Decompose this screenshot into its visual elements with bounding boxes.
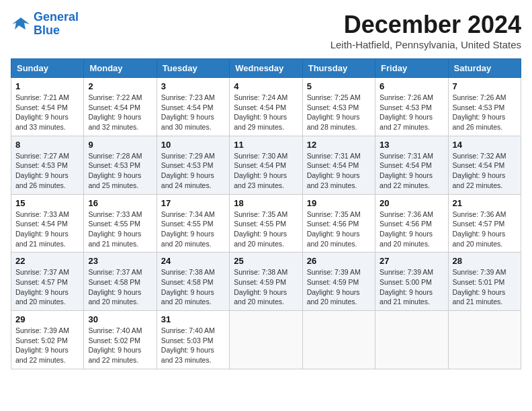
day-number: 12 [307,140,371,150]
calendar-cell: 17Sunrise: 7:34 AM Sunset: 4:55 PM Dayli… [157,194,229,253]
calendar-week-row: 29Sunrise: 7:39 AM Sunset: 5:02 PM Dayli… [11,311,521,369]
calendar-cell: 15Sunrise: 7:33 AM Sunset: 4:54 PM Dayli… [11,194,84,253]
calendar-cell: 9Sunrise: 7:28 AM Sunset: 4:53 PM Daylig… [84,136,157,194]
cell-info: Sunrise: 7:35 AM Sunset: 4:56 PM Dayligh… [307,210,371,249]
cell-info: Sunrise: 7:33 AM Sunset: 4:55 PM Dayligh… [88,210,152,249]
cell-info: Sunrise: 7:21 AM Sunset: 4:54 PM Dayligh… [15,93,79,132]
day-number: 30 [88,314,152,324]
day-number: 21 [453,198,517,208]
calendar-cell [230,311,302,369]
calendar-cell: 25Sunrise: 7:38 AM Sunset: 4:59 PM Dayli… [230,253,302,311]
logo-bird-icon [11,16,31,32]
calendar-cell: 8Sunrise: 7:27 AM Sunset: 4:53 PM Daylig… [11,136,84,194]
cell-info: Sunrise: 7:29 AM Sunset: 4:53 PM Dayligh… [161,151,225,191]
calendar-cell: 19Sunrise: 7:35 AM Sunset: 4:56 PM Dayli… [302,194,375,253]
day-number: 23 [88,256,152,266]
calendar-cell: 27Sunrise: 7:39 AM Sunset: 5:00 PM Dayli… [375,253,448,311]
calendar-cell: 16Sunrise: 7:33 AM Sunset: 4:55 PM Dayli… [84,194,157,253]
day-number: 16 [88,198,152,208]
calendar-cell [448,311,521,369]
calendar-cell: 29Sunrise: 7:39 AM Sunset: 5:02 PM Dayli… [11,311,84,369]
day-number: 1 [15,81,79,91]
cell-info: Sunrise: 7:39 AM Sunset: 5:01 PM Dayligh… [453,267,517,307]
day-number: 22 [15,256,79,266]
calendar-cell [375,311,448,369]
day-number: 3 [161,81,225,91]
day-number: 5 [307,81,371,91]
calendar-header-wednesday: Wednesday [230,59,302,78]
cell-info: Sunrise: 7:32 AM Sunset: 4:54 PM Dayligh… [453,151,517,191]
calendar-cell: 14Sunrise: 7:32 AM Sunset: 4:54 PM Dayli… [448,136,521,194]
day-number: 10 [161,140,225,150]
calendar-cell: 4Sunrise: 7:24 AM Sunset: 4:54 PM Daylig… [230,78,302,136]
cell-info: Sunrise: 7:39 AM Sunset: 4:59 PM Dayligh… [307,267,371,307]
day-number: 6 [380,81,443,91]
calendar-header-saturday: Saturday [448,59,521,78]
cell-info: Sunrise: 7:25 AM Sunset: 4:53 PM Dayligh… [307,93,371,132]
month-title: December 2024 [330,11,521,39]
calendar-cell: 5Sunrise: 7:25 AM Sunset: 4:53 PM Daylig… [302,78,375,136]
calendar-header-monday: Monday [84,59,157,78]
calendar-cell: 3Sunrise: 7:23 AM Sunset: 4:54 PM Daylig… [157,78,229,136]
cell-info: Sunrise: 7:28 AM Sunset: 4:53 PM Dayligh… [88,151,152,191]
cell-info: Sunrise: 7:30 AM Sunset: 4:54 PM Dayligh… [234,151,298,191]
calendar-week-row: 1Sunrise: 7:21 AM Sunset: 4:54 PM Daylig… [11,78,521,136]
cell-info: Sunrise: 7:38 AM Sunset: 4:58 PM Dayligh… [161,267,225,307]
cell-info: Sunrise: 7:26 AM Sunset: 4:53 PM Dayligh… [453,93,517,132]
calendar-cell: 7Sunrise: 7:26 AM Sunset: 4:53 PM Daylig… [448,78,521,136]
day-number: 25 [234,256,298,266]
day-number: 17 [161,198,225,208]
cell-info: Sunrise: 7:31 AM Sunset: 4:54 PM Dayligh… [307,151,371,191]
day-number: 19 [307,198,371,208]
day-number: 4 [234,81,298,91]
calendar-cell: 11Sunrise: 7:30 AM Sunset: 4:54 PM Dayli… [230,136,302,194]
calendar-cell: 12Sunrise: 7:31 AM Sunset: 4:54 PM Dayli… [302,136,375,194]
calendar-cell: 30Sunrise: 7:40 AM Sunset: 5:02 PM Dayli… [84,311,157,369]
cell-info: Sunrise: 7:27 AM Sunset: 4:53 PM Dayligh… [15,151,79,191]
calendar-cell: 21Sunrise: 7:36 AM Sunset: 4:57 PM Dayli… [448,194,521,253]
calendar-cell: 13Sunrise: 7:31 AM Sunset: 4:54 PM Dayli… [375,136,448,194]
calendar-header-row: SundayMondayTuesdayWednesdayThursdayFrid… [11,59,521,78]
cell-info: Sunrise: 7:37 AM Sunset: 4:57 PM Dayligh… [15,267,79,307]
cell-info: Sunrise: 7:31 AM Sunset: 4:54 PM Dayligh… [380,151,443,191]
day-number: 18 [234,198,298,208]
calendar-header-sunday: Sunday [11,59,84,78]
calendar-cell: 20Sunrise: 7:36 AM Sunset: 4:56 PM Dayli… [375,194,448,253]
location-title: Leith-Hatfield, Pennsylvania, United Sta… [330,39,521,50]
calendar-header-tuesday: Tuesday [157,59,229,78]
calendar-week-row: 15Sunrise: 7:33 AM Sunset: 4:54 PM Dayli… [11,194,521,253]
cell-info: Sunrise: 7:33 AM Sunset: 4:54 PM Dayligh… [15,210,79,249]
cell-info: Sunrise: 7:34 AM Sunset: 4:55 PM Dayligh… [161,210,225,249]
calendar-header-thursday: Thursday [302,59,375,78]
day-number: 28 [453,256,517,266]
cell-info: Sunrise: 7:39 AM Sunset: 5:00 PM Dayligh… [380,267,443,307]
cell-info: Sunrise: 7:24 AM Sunset: 4:54 PM Dayligh… [234,93,298,132]
calendar-week-row: 8Sunrise: 7:27 AM Sunset: 4:53 PM Daylig… [11,136,521,194]
logo-text: GeneralBlue [34,11,79,38]
title-section: December 2024 Leith-Hatfield, Pennsylvan… [330,11,521,50]
day-number: 15 [15,198,79,208]
day-number: 31 [161,314,225,324]
calendar-cell: 31Sunrise: 7:40 AM Sunset: 5:03 PM Dayli… [157,311,229,369]
cell-info: Sunrise: 7:36 AM Sunset: 4:57 PM Dayligh… [453,210,517,249]
header-section: GeneralBlue December 2024 Leith-Hatfield… [11,11,521,50]
calendar-cell: 2Sunrise: 7:22 AM Sunset: 4:54 PM Daylig… [84,78,157,136]
day-number: 11 [234,140,298,150]
cell-info: Sunrise: 7:26 AM Sunset: 4:53 PM Dayligh… [380,93,443,132]
day-number: 24 [161,256,225,266]
cell-info: Sunrise: 7:35 AM Sunset: 4:55 PM Dayligh… [234,210,298,249]
calendar-header-friday: Friday [375,59,448,78]
cell-info: Sunrise: 7:40 AM Sunset: 5:03 PM Dayligh… [161,326,225,365]
calendar-cell: 26Sunrise: 7:39 AM Sunset: 4:59 PM Dayli… [302,253,375,311]
calendar-cell: 22Sunrise: 7:37 AM Sunset: 4:57 PM Dayli… [11,253,84,311]
calendar-cell: 1Sunrise: 7:21 AM Sunset: 4:54 PM Daylig… [11,78,84,136]
calendar-cell: 10Sunrise: 7:29 AM Sunset: 4:53 PM Dayli… [157,136,229,194]
cell-info: Sunrise: 7:38 AM Sunset: 4:59 PM Dayligh… [234,267,298,307]
day-number: 13 [380,140,443,150]
day-number: 9 [88,140,152,150]
calendar-cell: 6Sunrise: 7:26 AM Sunset: 4:53 PM Daylig… [375,78,448,136]
calendar-cell [302,311,375,369]
cell-info: Sunrise: 7:40 AM Sunset: 5:02 PM Dayligh… [88,326,152,365]
day-number: 14 [453,140,517,150]
logo: GeneralBlue [11,11,79,38]
